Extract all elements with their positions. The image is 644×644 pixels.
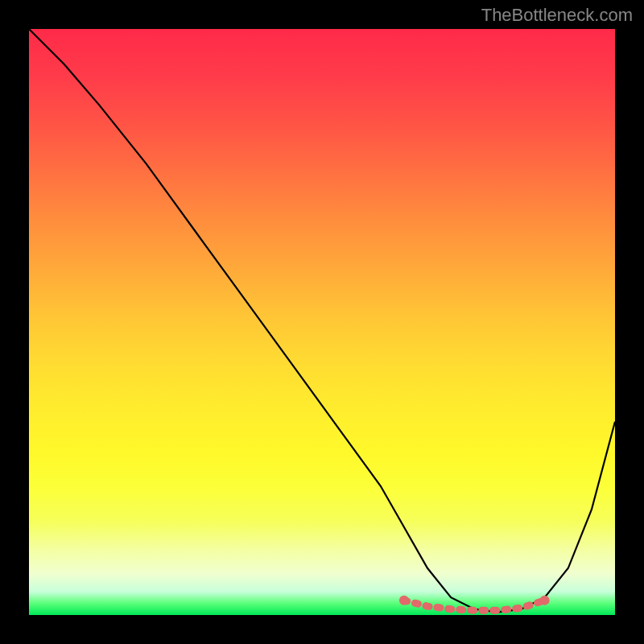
watermark-text: TheBottleneck.com xyxy=(481,5,633,26)
svg-point-0 xyxy=(399,596,409,605)
chart-svg xyxy=(29,29,615,615)
svg-point-1 xyxy=(540,596,550,605)
chart-curve xyxy=(29,29,615,612)
chart-plot-area xyxy=(29,29,615,615)
